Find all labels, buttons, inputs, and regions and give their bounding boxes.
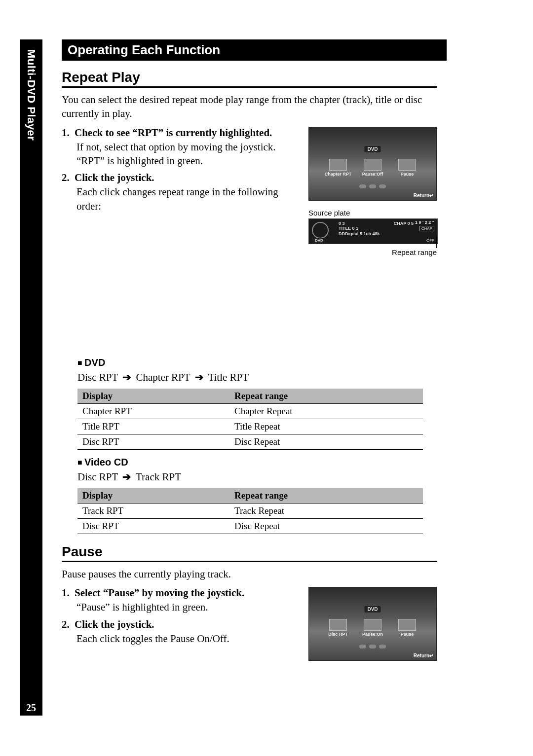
step-num: 1. — [62, 587, 75, 599]
cell: Track RPT — [77, 504, 229, 519]
seq-item: Disc RPT — [77, 371, 118, 383]
sp-off: OFF — [426, 238, 434, 243]
dvd-sequence: Disc RPT ➔ Chapter RPT ➔ Title RPT — [77, 371, 442, 384]
sp-chapbox: CHAP — [419, 226, 434, 231]
repeat-icon — [329, 619, 347, 631]
pause-step-1-body: “Pause” is highlighted in green. — [76, 600, 299, 614]
label-pause: Pause — [392, 172, 422, 177]
pgm-icon — [398, 159, 416, 171]
pause-step-2-body: Each click toggles the Pause On/Off. — [76, 632, 299, 646]
source-plate-caption: Source plate — [308, 209, 437, 217]
step-head: Select “Pause” by moving the joystick. — [75, 587, 244, 599]
heading-pause: Pause — [62, 544, 437, 562]
dvd-tag: DVD — [364, 606, 381, 612]
label-pause: Pause — [392, 632, 422, 637]
arrow-icon: ➔ — [195, 371, 204, 384]
label-chapter-rpt: Chapter RPT — [323, 172, 353, 177]
subhead-dvd: DVD — [77, 357, 442, 368]
pause-icon — [364, 619, 381, 631]
table-row: Disc RPTDisc Repeat — [77, 434, 423, 450]
step-num: 2. — [62, 618, 75, 631]
step-2-num: 2. — [62, 172, 75, 184]
table-row: Disc RPTDisc Repeat — [77, 519, 423, 534]
step-2-head: Click the joystick. — [75, 172, 154, 183]
sp-chap: CHAP 0 5 — [394, 221, 414, 226]
step-2: 2.Click the joystick. — [62, 172, 299, 184]
return-label: Return↵ — [414, 193, 433, 198]
step-1-head: Check to see “RPT” is currently highligh… — [75, 127, 272, 139]
pause-icon — [364, 159, 381, 171]
seq-item: Track RPT — [136, 471, 181, 483]
th-range: Repeat range — [229, 488, 423, 504]
cell: Title RPT — [77, 419, 229, 434]
seq-item: Chapter RPT — [136, 371, 190, 383]
pause-step-2: 2.Click the joystick. — [62, 618, 299, 631]
cell: Disc Repeat — [229, 519, 423, 534]
th-range: Repeat range — [229, 389, 423, 404]
table-dvd: Display Repeat range Chapter RPTChapter … — [77, 389, 423, 450]
label-disc-rpt: Disc RPT — [323, 632, 353, 637]
title-bar: Operating Each Function — [62, 39, 447, 61]
table-header-row: Display Repeat range — [77, 488, 423, 504]
disc-icon — [312, 222, 329, 239]
table-row: Track RPTTrack Repeat — [77, 504, 423, 519]
label-pause-on: Pause:On — [358, 632, 387, 637]
sp-line2: TITLE 0 1 — [339, 226, 380, 231]
step-1-num: 1. — [62, 127, 75, 139]
repeat-range-caption: Repeat range — [392, 248, 437, 256]
pgm-icon — [398, 619, 416, 631]
repeat-intro: You can select the desired repeat mode p… — [62, 93, 442, 121]
seq-item: Title RPT — [208, 371, 249, 383]
pause-intro: Pause pauses the currently playing track… — [62, 567, 442, 581]
screenshot-pause: DVD Disc RPT Pause:On Pause Return↵ — [308, 587, 437, 661]
source-plate: DVD 0 3 TITLE 0 1 DDDigital 5.1ch 48k CH… — [308, 218, 438, 244]
step-1-body: If not, select that option by moving the… — [76, 140, 299, 168]
cell: Disc Repeat — [229, 434, 423, 450]
table-vcd: Display Repeat range Track RPTTrack Repe… — [77, 488, 423, 534]
screenshot-repeat: DVD Chapter RPT Pause:Off Pause Return↵ — [308, 127, 437, 201]
repeat-body: 1.Check to see “RPT” is currently highli… — [62, 127, 437, 350]
cell: Chapter RPT — [77, 404, 229, 419]
th-display: Display — [77, 488, 229, 504]
sp-line3: DDDigital 5.1ch 48k — [339, 231, 380, 237]
table-row: Chapter RPTChapter Repeat — [77, 404, 423, 419]
subhead-vcd: Video CD — [77, 457, 442, 468]
cell: Title Repeat — [229, 419, 423, 434]
cell: Disc RPT — [77, 519, 229, 534]
dvd-label: DVD — [313, 238, 325, 243]
sp-time: 1 9 ' 2 2 " — [415, 220, 434, 225]
table-header-row: Display Repeat range — [77, 389, 423, 404]
cell: Disc RPT — [77, 434, 229, 450]
step-head: Click the joystick. — [75, 618, 154, 630]
label-pause-off: Pause:Off — [358, 172, 387, 177]
pause-body: 1.Select “Pause” by moving the joystick.… — [62, 587, 437, 646]
page-number: 25 — [20, 700, 42, 716]
step-2-body: Each click changes repeat range in the f… — [76, 185, 299, 213]
repeat-icon — [329, 159, 347, 171]
cell: Chapter Repeat — [229, 404, 423, 419]
seq-item: Disc RPT — [77, 471, 118, 483]
dvd-tag: DVD — [364, 146, 381, 152]
sp-line1: 0 3 — [339, 221, 380, 226]
arrow-icon: ➔ — [122, 471, 131, 483]
table-row: Title RPTTitle Repeat — [77, 419, 423, 434]
arrow-icon: ➔ — [122, 371, 131, 384]
th-display: Display — [77, 389, 229, 404]
return-label: Return↵ — [414, 653, 433, 658]
repeat-range-pointer — [436, 235, 437, 248]
vcd-sequence: Disc RPT ➔ Track RPT — [77, 471, 442, 483]
cell: Track Repeat — [229, 504, 423, 519]
heading-repeat-play: Repeat Play — [62, 70, 437, 88]
pause-step-1: 1.Select “Pause” by moving the joystick. — [62, 587, 299, 599]
step-1: 1.Check to see “RPT” is currently highli… — [62, 127, 299, 139]
